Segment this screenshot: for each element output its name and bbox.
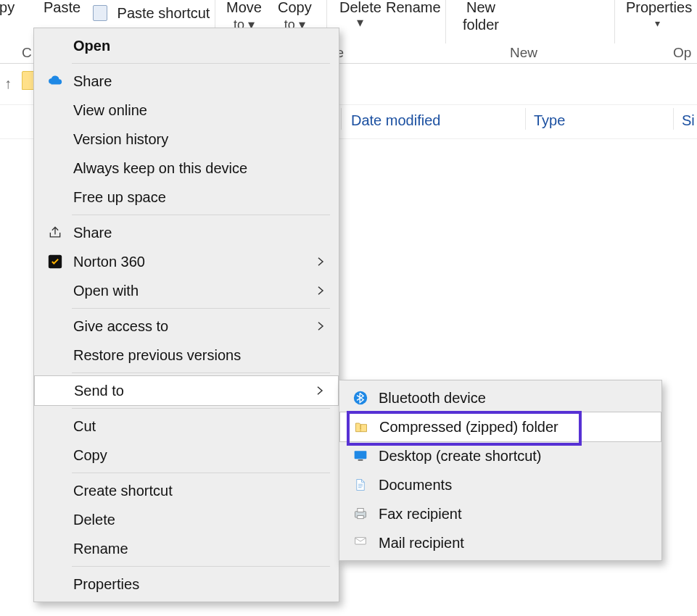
ribbon-paste-shortcut-label: Paste shortcut <box>117 5 210 21</box>
submenu-compressed-zipped-label: Compressed (zipped) folder <box>379 419 558 436</box>
menu-copy[interactable]: Copy <box>34 441 339 470</box>
submenu-bluetooth[interactable]: Bluetooth device <box>339 383 661 412</box>
menu-separator <box>72 566 330 567</box>
menu-delete-label: Delete <box>73 512 115 528</box>
chevron-right-icon <box>314 284 327 297</box>
norton-icon <box>47 254 63 270</box>
menu-open-with[interactable]: Open with <box>34 276 339 305</box>
chevron-right-icon <box>314 320 327 333</box>
menu-share-label: Share <box>73 225 112 241</box>
send-to-submenu: Bluetooth device Compressed (zipped) fol… <box>339 380 662 561</box>
ribbon-move-to-label-1: Move <box>226 0 262 16</box>
menu-norton360[interactable]: Norton 360 <box>34 247 339 276</box>
clipboard-icon <box>93 5 107 21</box>
ribbon-new-folder[interactable]: New folder <box>463 0 499 33</box>
ribbon-properties-label: Properties <box>626 0 692 16</box>
menu-share-onedrive[interactable]: Share <box>34 67 339 96</box>
menu-send-to-label: Send to <box>74 383 124 399</box>
menu-version-history-label: Version history <box>73 131 168 148</box>
menu-properties-label: Properties <box>73 576 139 593</box>
submenu-fax[interactable]: Fax recipient <box>339 499 661 528</box>
svg-rect-5 <box>358 509 363 512</box>
menu-delete[interactable]: Delete <box>34 505 339 534</box>
menu-give-access-label: Give access to <box>73 318 168 335</box>
ribbon-paste-label: Paste <box>44 0 81 16</box>
menu-copy-label: Copy <box>73 447 107 464</box>
menu-restore-previous-label: Restore previous versions <box>73 347 241 364</box>
ribbon-copy-to-label-1: Copy <box>278 0 312 16</box>
ribbon-paste-shortcut[interactable]: Paste shortcut <box>93 5 210 22</box>
submenu-desktop-shortcut-label: Desktop (create shortcut) <box>379 448 542 465</box>
menu-create-shortcut-label: Create shortcut <box>73 483 173 499</box>
ribbon-properties[interactable]: Properties ▾ <box>626 0 692 16</box>
menu-restore-previous[interactable]: Restore previous versions <box>34 341 339 370</box>
ribbon-copy-partial[interactable]: opy <box>0 0 15 16</box>
menu-always-keep[interactable]: Always keep on this device <box>34 154 339 183</box>
submenu-bluetooth-label: Bluetooth device <box>379 390 486 407</box>
menu-rename-label: Rename <box>73 541 128 557</box>
menu-rename[interactable]: Rename <box>34 534 339 563</box>
column-separator <box>673 108 674 130</box>
svg-rect-6 <box>358 516 363 519</box>
submenu-compressed-zipped[interactable]: Compressed (zipped) folder <box>339 412 661 442</box>
svg-rect-3 <box>358 459 363 461</box>
menu-separator <box>72 408 330 409</box>
menu-always-keep-label: Always keep on this device <box>73 160 247 177</box>
menu-version-history[interactable]: Version history <box>34 125 339 154</box>
menu-cut-label: Cut <box>73 418 96 435</box>
ribbon-separator <box>445 0 446 43</box>
ribbon-copy-label: opy <box>0 0 15 16</box>
ribbon-delete-label: Delete <box>339 0 382 16</box>
column-date-modified[interactable]: Date modified <box>351 112 440 129</box>
ribbon-new-folder-label-1: New <box>463 0 499 16</box>
menu-view-online[interactable]: View online <box>34 96 339 125</box>
submenu-documents[interactable]: Documents <box>339 470 661 499</box>
ribbon-rename-label: Rename <box>386 0 441 16</box>
ribbon-group-new: New <box>510 45 537 61</box>
document-icon <box>352 477 368 493</box>
menu-free-up[interactable]: Free up space <box>34 183 339 212</box>
ribbon-rename[interactable]: Rename <box>386 0 441 16</box>
share-icon <box>47 225 63 241</box>
zip-folder-icon <box>353 419 369 435</box>
menu-separator <box>72 473 330 473</box>
ribbon-delete[interactable]: Delete ▾ <box>339 0 382 29</box>
column-separator <box>341 108 342 130</box>
menu-view-online-label: View online <box>73 102 147 119</box>
menu-properties[interactable]: Properties <box>34 570 339 599</box>
menu-separator <box>72 215 330 215</box>
menu-give-access[interactable]: Give access to <box>34 312 339 341</box>
bluetooth-icon <box>352 390 368 406</box>
nav-up-icon[interactable]: ↑ <box>4 75 12 92</box>
menu-share[interactable]: Share <box>34 218 339 247</box>
column-separator <box>525 108 526 130</box>
chevron-right-icon <box>314 255 327 268</box>
context-menu: Open Share View online Version history A… <box>33 28 339 602</box>
menu-separator <box>72 308 330 309</box>
desktop-icon <box>352 448 368 464</box>
menu-open-with-label: Open with <box>73 283 139 299</box>
chevron-right-icon <box>313 384 326 397</box>
svg-rect-7 <box>355 538 366 544</box>
chevron-down-icon: ▾ <box>655 17 660 29</box>
svg-rect-2 <box>355 451 367 459</box>
column-type[interactable]: Type <box>534 112 565 129</box>
ribbon-separator <box>614 0 615 43</box>
menu-send-to[interactable]: Send to <box>34 375 339 406</box>
onedrive-icon <box>47 73 63 89</box>
submenu-desktop-shortcut[interactable]: Desktop (create shortcut) <box>339 441 661 470</box>
mail-icon <box>352 535 368 551</box>
ribbon-new-folder-label-2: folder <box>463 16 499 33</box>
menu-create-shortcut[interactable]: Create shortcut <box>34 476 339 505</box>
menu-cut[interactable]: Cut <box>34 412 339 441</box>
menu-open-label: Open <box>73 38 110 54</box>
menu-free-up-label: Free up space <box>73 189 166 206</box>
menu-norton360-label: Norton 360 <box>73 254 145 270</box>
fax-icon <box>352 506 368 522</box>
menu-open[interactable]: Open <box>34 31 339 60</box>
submenu-mail-label: Mail recipient <box>379 535 464 552</box>
menu-share-onedrive-label: Share <box>73 73 112 90</box>
submenu-mail[interactable]: Mail recipient <box>339 528 661 557</box>
column-size[interactable]: Si <box>682 112 695 129</box>
ribbon-paste[interactable]: Paste <box>44 0 81 16</box>
